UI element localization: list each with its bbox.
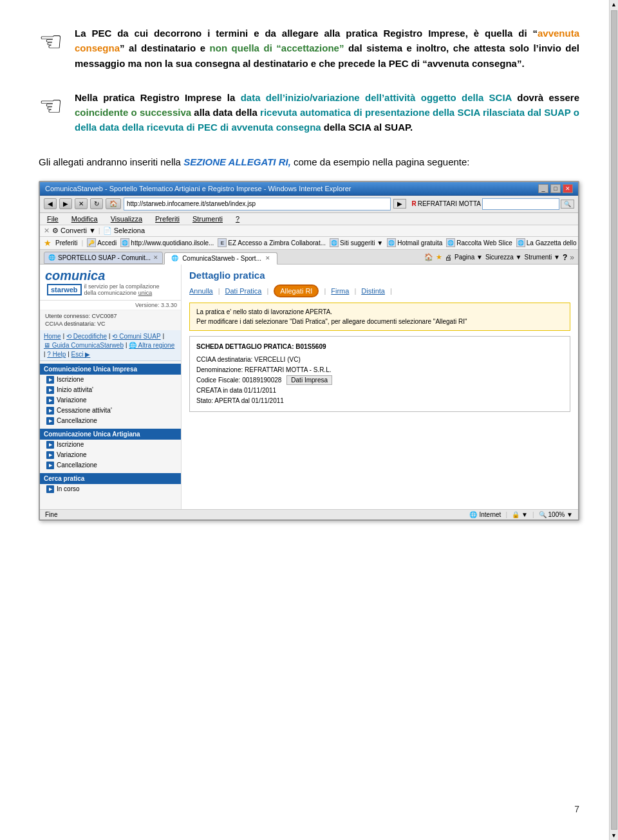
- sidebar-label-iscrizione2: Iscrizione: [57, 441, 84, 448]
- menu-modifica[interactable]: Modifica: [70, 214, 100, 223]
- menu-help[interactable]: ?: [234, 214, 241, 223]
- status-zoom-icon: 🔍: [539, 511, 547, 518]
- nav-altra[interactable]: 🌐 Altra regione: [129, 342, 174, 349]
- minimize-button[interactable]: _: [538, 184, 548, 193]
- home-button[interactable]: 🏠: [106, 198, 121, 209]
- nav-comuni[interactable]: ⟲ Comuni SUAP: [112, 333, 160, 340]
- nav-esci[interactable]: Esci ▶: [71, 351, 91, 358]
- menu-visualizza[interactable]: Visualizza: [109, 214, 144, 223]
- go-button[interactable]: ▶: [393, 199, 406, 209]
- fav-accedi[interactable]: 🔑 Accedi: [87, 238, 117, 247]
- tab-home-icon[interactable]: 🏠: [424, 253, 433, 261]
- tab-print-icon[interactable]: 🖨: [445, 254, 452, 261]
- close-button[interactable]: ✕: [563, 184, 573, 193]
- fav-siti-label: Siti suggeriti ▼: [340, 239, 383, 247]
- tab-comunica-icon: 🌐: [171, 255, 178, 261]
- convert-button[interactable]: ⚙ Converti ▼: [52, 227, 96, 235]
- detail-nav-firma[interactable]: Firma: [331, 287, 349, 295]
- fav-gazzetta-label: La Gazzetta dello Sport.it ▼: [527, 239, 578, 247]
- nav-home[interactable]: Home: [44, 333, 61, 340]
- fav-hotmail[interactable]: 🌐 Hotmail gratuita: [387, 238, 442, 247]
- nav-sep3: |: [163, 333, 164, 340]
- fav-zimbra[interactable]: E EZ Accesso a Zimbra Collaborat...: [218, 238, 326, 247]
- fav-raccolta[interactable]: 🌐 Raccolta Web Slice: [446, 238, 512, 247]
- tab-sportello[interactable]: 🌐 SPORTELLO SUAP - Comunit... ✕: [44, 252, 163, 264]
- sidebar-item-cancellazione2[interactable]: Cancellazione: [40, 460, 181, 471]
- fav-gazzetta-icon: 🌐: [516, 238, 525, 247]
- browser-controls[interactable]: _ □ ✕: [538, 184, 573, 193]
- allegati-link[interactable]: SEZIONE ALLEGATI RI,: [183, 156, 291, 167]
- sidebar-item-incorso[interactable]: In corso: [40, 484, 181, 494]
- status-sep2: |: [532, 511, 534, 518]
- section1-before-orange: La PEC da cui decorrono i termini e da a…: [75, 28, 538, 39]
- address-input[interactable]: [124, 198, 391, 210]
- logo-comunica-text: comunica: [45, 268, 105, 283]
- nav-guida[interactable]: 🖥 Guida ComunicaStarweb: [44, 342, 124, 349]
- sidebar-item-cessazione[interactable]: Cessazione attivita': [40, 406, 181, 416]
- dati-impresa-button[interactable]: Dati Impresa: [286, 375, 332, 385]
- menu-strumenti[interactable]: Strumenti: [191, 214, 225, 223]
- sidebar-bullet-variazione: [46, 397, 54, 404]
- detail-nav-sep5: |: [390, 287, 392, 295]
- detail-nav-allegati[interactable]: Allegati RI: [274, 285, 319, 297]
- sidebar-item-cancellazione1[interactable]: Cancellazione: [40, 416, 181, 426]
- tab-comunica-close[interactable]: ✕: [265, 255, 270, 261]
- sidebar-bullet-cancellazione1: [46, 417, 54, 425]
- favorites-star-icon: ★: [44, 238, 52, 248]
- tab-sportello-close[interactable]: ✕: [153, 254, 158, 261]
- sidebar-bullet-iscrizione2: [46, 441, 54, 449]
- allegati-before: Gli allegati andranno inseriti nella: [39, 156, 183, 167]
- sidebar-label-variazione2: Variazione: [57, 451, 87, 458]
- detail-nav-sep2: |: [267, 287, 268, 295]
- stop-button[interactable]: ✕: [75, 198, 88, 209]
- tab-help-icon[interactable]: ?: [563, 253, 567, 262]
- alert-text1: La pratica e' nello stato di lavorazione…: [196, 307, 563, 317]
- menu-file[interactable]: File: [45, 214, 61, 223]
- browser-window: ComunicaStarweb - Sportello Telematico A…: [39, 181, 579, 521]
- section2-text: Nella pratica Registro Imprese la data d…: [75, 90, 579, 135]
- tab-comunica[interactable]: 🌐 ComunicaStarweb - Sport... ✕: [164, 252, 277, 265]
- nav-help[interactable]: ? Help: [47, 351, 66, 358]
- tab-star-icon[interactable]: ★: [436, 253, 442, 261]
- sidebar-item-iscrizione2[interactable]: Iscrizione: [40, 440, 181, 450]
- section-scia: ☜ Nella pratica Registro Imprese la data…: [39, 90, 579, 135]
- sidebar-item-iscrizione[interactable]: Iscrizione: [40, 375, 181, 385]
- sidebar-label-iscrizione: Iscrizione: [57, 376, 84, 383]
- search-button[interactable]: 🔍: [561, 200, 574, 209]
- fav-hotmail-label: Hotmail gratuita: [397, 239, 442, 247]
- fav-siti-suggeriti[interactable]: 🌐 Siti suggeriti ▼: [330, 238, 383, 247]
- search-input[interactable]: [482, 198, 559, 210]
- logo-subtext: il servizio per la compilazionedella com…: [84, 283, 160, 296]
- sidebar-label-variazione: Variazione: [57, 397, 87, 404]
- section-pec: ☜ La PEC da cui decorrono i termini e da…: [39, 26, 579, 71]
- detail-nav-distinta[interactable]: Distinta: [361, 287, 385, 295]
- sidebar-item-inizio[interactable]: Inizio attivita': [40, 385, 181, 395]
- sidebar-item-variazione[interactable]: Variazione: [40, 395, 181, 406]
- allegati-text: Gli allegati andranno inseriti nella SEZ…: [39, 154, 579, 169]
- restore-button[interactable]: □: [550, 184, 561, 193]
- nav-sep6: |: [68, 351, 69, 358]
- status-sep: |: [505, 511, 507, 518]
- scheda-title: SCHEDA DETTAGLIO PRATICA: B01S5609: [196, 342, 563, 352]
- refresh-button[interactable]: ↻: [90, 198, 103, 209]
- sidebar-item-variazione2[interactable]: Variazione: [40, 450, 181, 460]
- fav-quotidiano[interactable]: 🌐 http://www.quotidiano.ilsole...: [120, 238, 214, 247]
- detail-nav-dati[interactable]: Dati Pratica: [225, 287, 262, 295]
- hand-icon-1: ☜: [39, 28, 63, 55]
- tab-more-icon[interactable]: »: [570, 253, 574, 262]
- nav-sep2: |: [109, 333, 110, 340]
- section2-cyan: data dell’inizio/variazione dell’attivit…: [241, 92, 512, 103]
- nav-decodifiche[interactable]: ⟲ Decodifiche: [66, 333, 107, 340]
- forward-button[interactable]: ▶: [59, 198, 72, 209]
- scheda-codice: Codice Fiscale: 00189190028: [196, 375, 281, 386]
- scheda-codice-row: Codice Fiscale: 00189190028 Dati Impresa: [196, 375, 563, 386]
- scheda-denominazione: Denominazione: REFRATTARI MOTTA - S.R.L.: [196, 365, 563, 375]
- close-toolbar-icon[interactable]: ✕: [44, 227, 50, 235]
- favorites-label[interactable]: Preferiti: [55, 239, 77, 247]
- menu-preferiti[interactable]: Preferiti: [153, 214, 182, 223]
- logo-text-area: comunica: [45, 268, 160, 283]
- fav-gazzetta[interactable]: 🌐 La Gazzetta dello Sport.it ▼: [516, 238, 578, 247]
- back-button[interactable]: ◀: [44, 198, 57, 209]
- seleziona-button[interactable]: 📄 Seleziona: [103, 227, 145, 235]
- detail-nav-annulla[interactable]: Annulla: [189, 287, 213, 295]
